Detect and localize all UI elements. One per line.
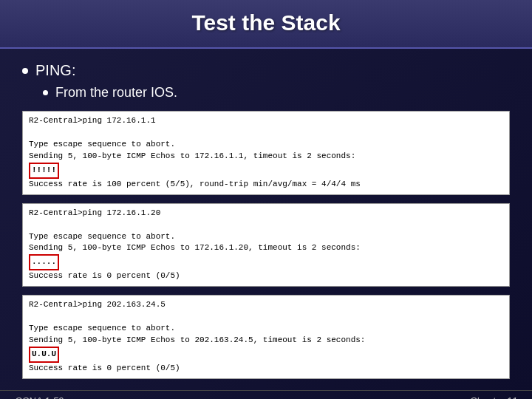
terminal-2-line-4: Sending 5, 100-byte ICMP Echos to 172.16… bbox=[29, 242, 503, 254]
slide: Test the Stack PING: From the router IOS… bbox=[0, 0, 532, 399]
terminal-1-highlight: !!!!! bbox=[29, 163, 59, 179]
footer-right: Chapter 11 bbox=[470, 395, 517, 399]
terminal-block-2: R2-Central>ping 172.16.1.20 Type escape … bbox=[22, 203, 510, 287]
terminal-3-line-5: U.U.U bbox=[29, 347, 503, 363]
slide-body: PING: From the router IOS. R2-Central>pi… bbox=[0, 49, 532, 390]
terminal-3-line-4: Sending 5, 100-byte ICMP Echos to 202.16… bbox=[29, 335, 503, 347]
terminal-3-line-6: Success rate is 0 percent (0/5) bbox=[29, 363, 503, 375]
slide-footer: CCNA 1-59 Chapter 11 bbox=[0, 390, 532, 399]
terminal-3-line-1: R2-Central>ping 202.163.24.5 bbox=[29, 299, 503, 311]
terminal-1-line-4: Sending 5, 100-byte ICMP Echos to 172.16… bbox=[29, 151, 503, 163]
terminal-1-line-3: Type escape sequence to abort. bbox=[29, 139, 503, 151]
terminal-2-line-1: R2-Central>ping 172.16.1.20 bbox=[29, 208, 503, 219]
bullet-sub: From the router IOS. bbox=[43, 85, 510, 100]
terminal-1-line-6: Success rate is 100 percent (5/5), round… bbox=[29, 179, 503, 191]
terminal-2-highlight: ..... bbox=[29, 254, 59, 270]
terminal-3-line-2 bbox=[29, 311, 503, 323]
bullet-main-text: PING: bbox=[35, 62, 75, 79]
terminal-2-line-3: Type escape sequence to abort. bbox=[29, 231, 503, 243]
terminal-3-line-3: Type escape sequence to abort. bbox=[29, 323, 503, 335]
terminal-2-line-2 bbox=[29, 219, 503, 231]
terminal-1-line-2 bbox=[29, 127, 503, 139]
bullet-main: PING: bbox=[22, 62, 510, 79]
terminal-2-line-6: Success rate is 0 percent (0/5) bbox=[29, 270, 503, 282]
terminal-1-line-1: R2-Central>ping 172.16.1.1 bbox=[29, 115, 503, 127]
bullet-sub-text: From the router IOS. bbox=[55, 85, 177, 100]
terminal-3-highlight: U.U.U bbox=[29, 347, 59, 363]
slide-header: Test the Stack bbox=[0, 0, 532, 49]
terminal-2-line-5: ..... bbox=[29, 254, 503, 270]
footer-left: CCNA 1-59 bbox=[15, 395, 64, 399]
bullet-dot bbox=[22, 68, 28, 74]
terminal-1-line-5: !!!!! bbox=[29, 163, 503, 179]
bullet-sub-dot bbox=[43, 90, 48, 95]
terminal-block-1: R2-Central>ping 172.16.1.1 Type escape s… bbox=[22, 111, 510, 195]
slide-title: Test the Stack bbox=[191, 10, 340, 35]
terminal-block-3: R2-Central>ping 202.163.24.5 Type escape… bbox=[22, 295, 510, 379]
